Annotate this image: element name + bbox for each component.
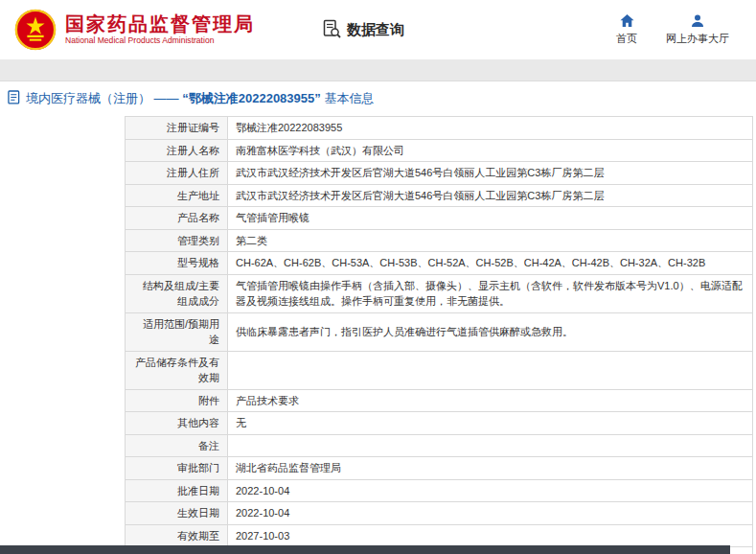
table-row: 其他内容无: [126, 412, 753, 435]
row-value: 第二类: [228, 229, 753, 252]
row-label: 结构及组成/主要组成成分: [126, 274, 228, 312]
table-row: 附件产品技术要求: [126, 389, 753, 412]
title-registration-number: “鄂械注准20222083955”: [182, 91, 321, 105]
row-value: 无: [228, 412, 753, 435]
row-label: 审批部门: [126, 457, 228, 480]
person-icon: [690, 13, 705, 29]
row-value: 2027-10-03: [228, 524, 753, 547]
row-label: 其他内容: [126, 412, 228, 435]
nav-online-hall-label: 网上办事大厅: [666, 32, 729, 46]
table-row: 管理类别第二类: [126, 229, 753, 252]
agency-name-cn: 国家药品监督管理局: [65, 13, 255, 35]
page-title: 境内医疗器械（注册） —— “鄂械注准20222083955” 基本信息: [0, 81, 756, 114]
table-row: 有效期至2027-10-03: [126, 524, 753, 547]
table-row: 产品名称气管插管用喉镜: [126, 207, 753, 230]
home-icon: [619, 13, 635, 29]
table-row: 生效日期2022-10-04: [126, 502, 753, 525]
row-value: 供临床暴露患者声门，指引医护人员准确进行气道插管供麻醉或急救用。: [228, 312, 753, 351]
header-divider-bar: [0, 59, 756, 81]
table-row: 适用范围/预期用途供临床暴露患者声门，指引医护人员准确进行气道插管供麻醉或急救用…: [126, 312, 753, 351]
row-value: 武汉市武汉经济技术开发区后官湖大道546号白领丽人工业园第C3栋厂房第二层: [228, 184, 753, 207]
header: 国家药品监督管理局 National Medical Products Admi…: [0, 0, 756, 59]
row-label: 型号规格: [126, 252, 228, 275]
row-label: 生效日期: [126, 502, 228, 525]
nav-online-hall[interactable]: 网上办事大厅: [666, 13, 729, 46]
agency-name-en: National Medical Products Administration: [65, 36, 245, 46]
registration-info-table: 注册证编号鄂械注准20222083955注册人名称南雅富林医学科技（武汉）有限公…: [125, 116, 753, 554]
row-label: 产品名称: [126, 207, 228, 230]
table-row: 生产地址武汉市武汉经济技术开发区后官湖大道546号白领丽人工业园第C3栋厂房第二…: [126, 184, 753, 207]
row-value: 南雅富林医学科技（武汉）有限公司: [228, 139, 753, 162]
row-value: 产品技术要求: [228, 389, 753, 412]
table-row: 审批部门湖北省药品监督管理局: [126, 457, 753, 480]
header-nav: 首页 网上办事大厅: [616, 13, 743, 46]
row-value: 鄂械注准20222083955: [228, 117, 753, 140]
row-value: 武汉市武汉经济技术开发区后官湖大道546号白领丽人工业园第C3栋厂房第二层: [228, 162, 753, 185]
row-label: 备注: [126, 434, 228, 457]
page-title-text: 境内医疗器械（注册） —— “鄂械注准20222083955” 基本信息: [26, 90, 374, 107]
page: 国家药品监督管理局 National Medical Products Admi…: [0, 0, 756, 554]
row-value: 2022-10-04: [228, 479, 753, 502]
table-row: 产品储存条件及有效期: [126, 351, 753, 389]
national-emblem-logo: [13, 8, 57, 52]
row-value: [228, 434, 753, 457]
info-table-body: 注册证编号鄂械注准20222083955注册人名称南雅富林医学科技（武汉）有限公…: [126, 117, 753, 554]
row-value: [228, 351, 753, 389]
title-suffix: 基本信息: [321, 91, 375, 105]
nav-data-query[interactable]: 数据查询: [322, 19, 404, 41]
nav-home-label: 首页: [616, 32, 637, 46]
table-row: 批准日期2022-10-04: [126, 479, 753, 502]
nav-data-query-label: 数据查询: [347, 21, 404, 39]
row-label: 注册人住所: [126, 162, 228, 185]
table-row: 型号规格CH-62A、CH-62B、CH-53A、CH-53B、CH-52A、C…: [126, 252, 753, 275]
nav-home[interactable]: 首页: [616, 13, 637, 46]
row-label: 有效期至: [126, 524, 228, 547]
table-row: 注册证编号鄂械注准20222083955: [126, 117, 753, 140]
row-value: 2022-10-04: [228, 502, 753, 525]
document-icon: [8, 90, 20, 107]
row-label: 批准日期: [126, 479, 228, 502]
row-label: 注册证编号: [126, 117, 228, 140]
registration-info-table-wrap: 注册证编号鄂械注准20222083955注册人名称南雅富林医学科技（武汉）有限公…: [125, 116, 753, 554]
row-label: 附件: [126, 389, 228, 412]
row-label: 适用范围/预期用途: [126, 312, 228, 351]
row-value: CH-62A、CH-62B、CH-53A、CH-53B、CH-52A、CH-52…: [228, 252, 753, 275]
row-value: 气管插管用喉镜由操作手柄（含插入部、摄像头）、显示主机（含软件，软件发布版本号为…: [228, 274, 753, 312]
title-prefix: 境内医疗器械（注册） ——: [26, 91, 182, 105]
table-row: 结构及组成/主要组成成分气管插管用喉镜由操作手柄（含插入部、摄像头）、显示主机（…: [126, 274, 753, 312]
row-value: 气管插管用喉镜: [228, 207, 753, 230]
row-value: 湖北省药品监督管理局: [228, 457, 753, 480]
table-row: 注册人名称南雅富林医学科技（武汉）有限公司: [126, 139, 753, 162]
table-row: 注册人住所武汉市武汉经济技术开发区后官湖大道546号白领丽人工业园第C3栋厂房第…: [126, 162, 753, 185]
table-row: 备注: [126, 434, 753, 457]
row-label: 产品储存条件及有效期: [126, 351, 228, 389]
row-label: 注册人名称: [126, 139, 228, 162]
row-label: 生产地址: [126, 184, 228, 207]
document-search-icon: [322, 19, 341, 41]
row-label: 管理类别: [126, 229, 228, 252]
agency-title: 国家药品监督管理局 National Medical Products Admi…: [65, 13, 255, 45]
footer-bar: [0, 545, 730, 554]
